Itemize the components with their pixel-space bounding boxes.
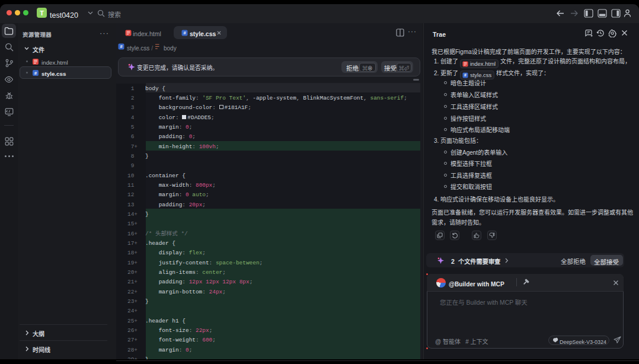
- svg-text:#: #: [34, 71, 37, 76]
- svg-text:#: #: [464, 73, 467, 77]
